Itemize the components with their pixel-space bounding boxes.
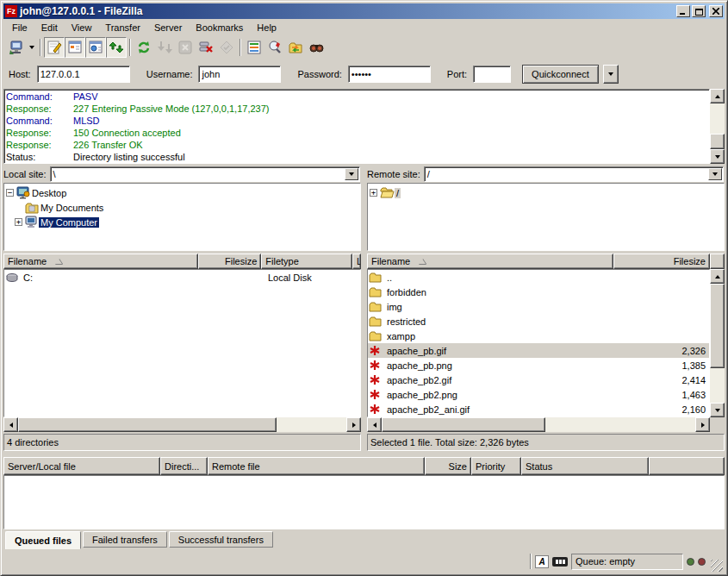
site-manager-button[interactable]	[6, 37, 27, 58]
splitter[interactable]	[3, 451, 725, 457]
remote-site-dropdown[interactable]	[708, 168, 722, 180]
host-input[interactable]	[37, 66, 130, 83]
remote-horizontal-scrollbar[interactable]	[367, 417, 710, 432]
remote-file-row[interactable]: forbidden	[368, 285, 709, 299]
refresh-button[interactable]	[134, 37, 154, 58]
menu-file[interactable]: File	[5, 21, 34, 34]
column-header-priority[interactable]: Priority	[471, 457, 521, 475]
remote-file-row[interactable]: restricted	[368, 314, 709, 329]
remote-file-row[interactable]: img	[368, 299, 709, 314]
port-input[interactable]	[473, 66, 511, 83]
minimize-button[interactable]	[676, 5, 690, 17]
column-header-server-local-file[interactable]: Server/Local file	[3, 457, 160, 475]
message-log: Command:PASV Response:227 Entering Passi…	[3, 89, 710, 164]
menu-help[interactable]: Help	[250, 21, 283, 34]
menu-edit[interactable]: Edit	[34, 21, 65, 34]
scroll-left-button[interactable]	[3, 417, 18, 432]
disconnect-button[interactable]	[196, 37, 216, 58]
column-header-filename[interactable]: Filename	[367, 254, 613, 269]
column-header-direction[interactable]: Directi...	[160, 457, 208, 475]
pane-splitter[interactable]	[361, 166, 367, 451]
expand-icon[interactable]: +	[370, 189, 377, 197]
tab-queued-files[interactable]: Queued files	[5, 531, 81, 549]
local-site-combobox[interactable]: \	[50, 166, 360, 182]
sync-browse-button[interactable]	[285, 37, 306, 58]
image-file-icon	[368, 389, 383, 400]
menu-view[interactable]: View	[65, 21, 99, 34]
password-input[interactable]	[348, 66, 431, 83]
maximize-button[interactable]	[692, 5, 706, 17]
scroll-right-button[interactable]	[346, 417, 361, 432]
tree-item-label: My Documents	[39, 203, 105, 213]
log-scrollbar[interactable]	[710, 89, 725, 164]
scroll-down-button[interactable]	[710, 149, 725, 164]
remote-file-row[interactable]: ..	[368, 270, 709, 285]
toggle-local-tree-button[interactable]	[65, 37, 85, 58]
quickconnect-dropdown[interactable]	[603, 65, 619, 84]
cancel-button[interactable]	[175, 37, 196, 58]
toggle-queue-button[interactable]	[106, 37, 127, 58]
activity-led-green	[687, 558, 694, 566]
title-bar[interactable]: Fz john@127.0.0.1 - FileZilla	[3, 3, 725, 19]
remote-site-combobox[interactable]: /	[424, 166, 724, 182]
column-header-filesize[interactable]: Filesize	[613, 254, 710, 269]
speed-limits-icon[interactable]	[552, 557, 568, 567]
menu-bookmarks[interactable]: Bookmarks	[189, 21, 250, 34]
column-header-status[interactable]: Status	[521, 457, 649, 475]
tree-item-desktop[interactable]: − Desktop	[6, 185, 360, 200]
remote-file-row-selected[interactable]: apache_pb.gif2,326	[368, 343, 709, 358]
reconnect-button[interactable]	[216, 37, 237, 58]
scroll-left-button[interactable]	[367, 417, 382, 432]
file-name: xampp	[383, 331, 613, 341]
scroll-right-button[interactable]	[695, 417, 710, 432]
file-size: 1,385	[613, 360, 709, 371]
filezilla-window: Fz john@127.0.0.1 - FileZilla File Edit …	[0, 0, 728, 576]
username-input[interactable]	[198, 66, 281, 83]
column-header-filetype[interactable]: Filetype	[261, 254, 352, 269]
menu-transfer[interactable]: Transfer	[98, 21, 147, 34]
queue-tabs: Queued files Failed transfers Successful…	[3, 529, 725, 549]
local-horizontal-scrollbar[interactable]	[3, 417, 361, 432]
remote-file-row[interactable]: apache_pb2_ani.gif2,160	[368, 402, 709, 416]
column-header-last-modified[interactable]: L	[352, 254, 361, 269]
remote-file-row[interactable]: apache_pb.png1,385	[368, 358, 709, 373]
scroll-up-button[interactable]	[710, 269, 725, 284]
ascii-data-type-icon[interactable]: A	[535, 555, 549, 568]
collapse-icon[interactable]: −	[6, 189, 14, 197]
scroll-down-button[interactable]	[710, 403, 725, 417]
toggle-remote-tree-button[interactable]	[85, 37, 106, 58]
filter-button[interactable]	[244, 37, 264, 58]
tree-item-my-documents[interactable]: My Documents	[6, 200, 360, 215]
tree-item-root[interactable]: + /	[370, 185, 724, 200]
menu-server[interactable]: Server	[147, 21, 189, 34]
scrollbar-thumb[interactable]	[18, 417, 277, 432]
remote-file-row[interactable]: apache_pb2.gif2,414	[368, 373, 709, 387]
column-header-remote-file[interactable]: Remote file	[208, 457, 425, 475]
disconnect-icon	[198, 40, 214, 55]
site-manager-dropdown[interactable]	[27, 37, 37, 58]
remote-file-row[interactable]: apache_pb2.png1,463	[368, 387, 709, 402]
scroll-up-button[interactable]	[710, 89, 725, 103]
scrollbar-thumb[interactable]	[710, 284, 725, 368]
column-header-filesize[interactable]: Filesize	[198, 254, 261, 269]
directory-compare-button[interactable]	[264, 37, 285, 58]
tree-item-my-computer[interactable]: + My Computer	[6, 215, 360, 229]
quickconnect-button[interactable]: Quickconnect	[522, 65, 599, 84]
remote-file-row[interactable]: xampp	[368, 329, 709, 343]
tab-successful-transfers[interactable]: Successful transfers	[169, 531, 273, 548]
column-header-filename[interactable]: Filename	[3, 254, 198, 269]
local-site-dropdown[interactable]	[345, 168, 358, 180]
column-header-size[interactable]: Size	[425, 457, 471, 475]
remote-list-scrollbar[interactable]	[710, 269, 725, 417]
resize-grip-icon[interactable]	[711, 560, 723, 572]
scrollbar-thumb[interactable]	[382, 417, 545, 432]
toggle-log-button[interactable]	[44, 37, 65, 58]
local-file-row-c-drive[interactable]: C: Local Disk	[4, 270, 360, 285]
close-button[interactable]	[709, 5, 723, 17]
process-queue-button[interactable]	[154, 37, 175, 58]
scrollbar-thumb[interactable]	[710, 134, 725, 149]
expand-icon[interactable]: +	[15, 218, 22, 226]
tab-failed-transfers[interactable]: Failed transfers	[83, 531, 167, 548]
find-files-button[interactable]	[306, 37, 327, 58]
tree-item-label: /	[395, 188, 401, 198]
